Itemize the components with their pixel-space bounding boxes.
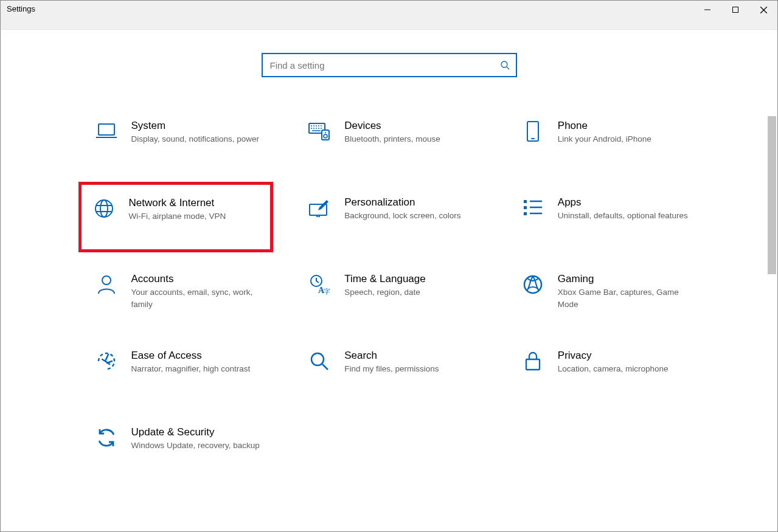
svg-rect-12 — [524, 200, 527, 203]
category-desc: Bluetooth, printers, mouse — [344, 133, 440, 145]
category-search[interactable]: Search Find my files, permissions — [294, 345, 484, 393]
category-update-security[interactable]: Update & Security Windows Update, recove… — [82, 421, 271, 470]
ease-of-access-icon — [95, 350, 118, 373]
keyboard-speaker-icon — [308, 120, 331, 143]
window-title: Settings — [1, 1, 41, 17]
category-title: Devices — [344, 120, 440, 132]
category-title: Phone — [558, 120, 651, 132]
category-privacy[interactable]: Privacy Location, camera, microphone — [508, 345, 697, 393]
clock-language-icon: A字 — [308, 273, 331, 296]
category-gaming[interactable]: Gaming Xbox Game Bar, captures, Game Mod… — [508, 268, 697, 317]
category-desc: Display, sound, notifications, power — [131, 133, 260, 145]
category-desc: Your accounts, email, sync, work, family — [131, 286, 265, 310]
svg-point-10 — [100, 200, 108, 217]
lock-icon — [521, 350, 544, 373]
svg-point-1 — [501, 61, 507, 67]
category-title: Personalization — [344, 196, 460, 209]
content-area: System Display, sound, notifications, po… — [1, 30, 777, 470]
svg-point-6 — [325, 132, 326, 133]
category-title: Accounts — [131, 273, 265, 285]
svg-rect-8 — [531, 138, 535, 139]
svg-point-15 — [102, 276, 111, 285]
search-icon — [500, 60, 510, 70]
search-box[interactable] — [262, 53, 517, 77]
category-title: Time & Language — [344, 273, 426, 285]
category-desc: Link your Android, iPhone — [558, 133, 651, 145]
category-desc: Find my files, permissions — [344, 363, 439, 375]
settings-window: Settings — [0, 0, 778, 532]
svg-text:字: 字 — [324, 288, 330, 295]
category-title: Search — [344, 350, 439, 362]
category-title: Privacy — [558, 350, 669, 362]
category-desc: Background, lock screen, colors — [344, 210, 460, 222]
svg-rect-2 — [99, 124, 114, 135]
close-icon — [760, 7, 767, 13]
category-desc: Speech, region, date — [344, 286, 426, 299]
category-personalization[interactable]: Personalization Background, lock screen,… — [294, 192, 484, 240]
scrollbar[interactable] — [768, 37, 776, 527]
category-title: System — [131, 120, 260, 132]
category-system[interactable]: System Display, sound, notifications, po… — [82, 115, 271, 164]
category-desc: Narrator, magnifier, high contrast — [131, 363, 251, 375]
category-desc: Uninstall, defaults, optional features — [558, 210, 688, 222]
category-desc: Wi-Fi, airplane mode, VPN — [129, 210, 226, 223]
category-title: Network & Internet — [129, 197, 226, 209]
category-title: Update & Security — [131, 426, 260, 438]
minimize-icon — [704, 7, 710, 13]
category-desc: Xbox Game Bar, captures, Game Mode — [558, 286, 692, 310]
svg-point-9 — [96, 200, 113, 217]
window-controls — [693, 1, 777, 19]
category-desc: Windows Update, recovery, backup — [131, 440, 260, 452]
list-icon — [521, 196, 544, 219]
svg-rect-21 — [526, 359, 540, 370]
category-network[interactable]: Network & Internet Wi-Fi, airplane mode,… — [78, 182, 274, 252]
category-time-language[interactable]: A字 Time & Language Speech, region, date — [294, 268, 484, 317]
maximize-button[interactable] — [721, 1, 749, 19]
xbox-icon — [521, 273, 544, 296]
category-ease-of-access[interactable]: Ease of Access Narrator, magnifier, high… — [82, 345, 271, 393]
maximize-icon — [732, 7, 738, 13]
globe-icon — [92, 197, 116, 220]
magnifier-icon — [308, 350, 331, 373]
category-devices[interactable]: Devices Bluetooth, printers, mouse — [294, 115, 484, 164]
search-input[interactable] — [269, 60, 500, 71]
minimize-button[interactable] — [693, 1, 721, 19]
categories-grid: System Display, sound, notifications, po… — [82, 115, 697, 470]
titlebar: Settings — [1, 1, 777, 30]
phone-icon — [521, 120, 544, 143]
category-apps[interactable]: Apps Uninstall, defaults, optional featu… — [508, 192, 697, 240]
category-phone[interactable]: Phone Link your Android, iPhone — [508, 115, 697, 164]
pen-monitor-icon — [308, 196, 331, 219]
svg-point-20 — [311, 353, 324, 365]
category-title: Ease of Access — [131, 350, 251, 362]
category-title: Apps — [558, 196, 688, 209]
scrollbar-thumb[interactable] — [768, 116, 776, 274]
sync-icon — [95, 426, 118, 449]
svg-rect-14 — [524, 212, 527, 215]
person-icon — [95, 273, 118, 296]
category-title: Gaming — [558, 273, 692, 285]
laptop-icon — [95, 120, 118, 143]
svg-rect-13 — [524, 206, 527, 209]
category-accounts[interactable]: Accounts Your accounts, email, sync, wor… — [82, 268, 271, 317]
svg-rect-0 — [733, 7, 738, 13]
category-desc: Location, camera, microphone — [558, 363, 669, 375]
close-button[interactable] — [749, 1, 777, 19]
